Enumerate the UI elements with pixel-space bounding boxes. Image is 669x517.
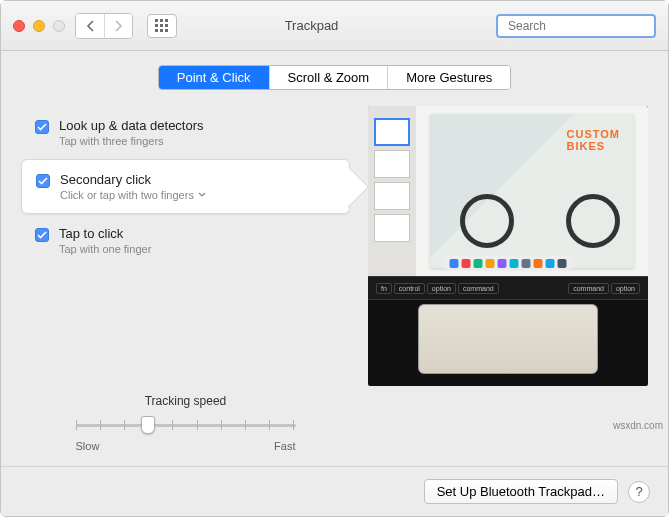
- tab-more-gestures[interactable]: More Gestures: [387, 66, 510, 89]
- slider-min-label: Slow: [76, 440, 100, 452]
- checkbox-secondary-click[interactable]: [36, 174, 50, 188]
- option-title: Tap to click: [59, 226, 151, 241]
- option-tap-to-click[interactable]: Tap to click Tap with one finger: [21, 214, 350, 267]
- setup-bluetooth-button[interactable]: Set Up Bluetooth Trackpad…: [424, 479, 618, 504]
- preview-thumb: [374, 150, 410, 178]
- titlebar: Trackpad: [1, 1, 668, 51]
- footer: Set Up Bluetooth Trackpad… ?: [1, 466, 668, 516]
- preview-dock: [444, 256, 573, 271]
- zoom-window-button[interactable]: [53, 20, 65, 32]
- option-lookup[interactable]: Look up & data detectors Tap with three …: [21, 106, 350, 159]
- option-title: Secondary click: [60, 172, 206, 187]
- slider-knob[interactable]: [141, 416, 155, 434]
- forward-button[interactable]: [104, 14, 132, 38]
- window-title: Trackpad: [137, 18, 486, 33]
- preview-headline: CUSTOMBIKES: [567, 128, 620, 152]
- preview-thumb: [374, 118, 410, 146]
- minimize-window-button[interactable]: [33, 20, 45, 32]
- options-panel: Look up & data detectors Tap with three …: [21, 106, 350, 458]
- option-subtitle-dropdown[interactable]: Click or tap with two fingers: [60, 189, 206, 201]
- search-field[interactable]: [496, 14, 656, 38]
- chevron-down-icon: [198, 191, 206, 199]
- preview-thumb: [374, 214, 410, 242]
- close-window-button[interactable]: [13, 20, 25, 32]
- gesture-preview: CUSTOMBIKES fn control option command co…: [368, 106, 648, 386]
- tab-scroll-zoom[interactable]: Scroll & Zoom: [269, 66, 388, 89]
- slider-max-label: Fast: [274, 440, 295, 452]
- back-button[interactable]: [76, 14, 104, 38]
- traffic-lights: [13, 20, 65, 32]
- tab-bar: Point & Click Scroll & Zoom More Gesture…: [1, 65, 668, 90]
- slider-label: Tracking speed: [21, 394, 350, 408]
- checkbox-lookup[interactable]: [35, 120, 49, 134]
- tracking-speed-slider[interactable]: [76, 414, 296, 436]
- preview-thumb: [374, 182, 410, 210]
- preview-trackpad: [418, 304, 598, 374]
- help-button[interactable]: ?: [628, 481, 650, 503]
- checkbox-tap-to-click[interactable]: [35, 228, 49, 242]
- option-subtitle: Tap with three fingers: [59, 135, 204, 147]
- search-input[interactable]: [508, 19, 658, 33]
- option-secondary-click[interactable]: Secondary click Click or tap with two fi…: [21, 159, 350, 214]
- watermark: wsxdn.com: [613, 420, 663, 431]
- nav-buttons: [75, 13, 133, 39]
- tracking-speed-section: Tracking speed Slow Fast: [21, 394, 350, 458]
- tab-point-click[interactable]: Point & Click: [159, 66, 269, 89]
- preview-touchbar: fn control option command command option: [368, 276, 648, 300]
- option-subtitle: Tap with one finger: [59, 243, 151, 255]
- option-title: Look up & data detectors: [59, 118, 204, 133]
